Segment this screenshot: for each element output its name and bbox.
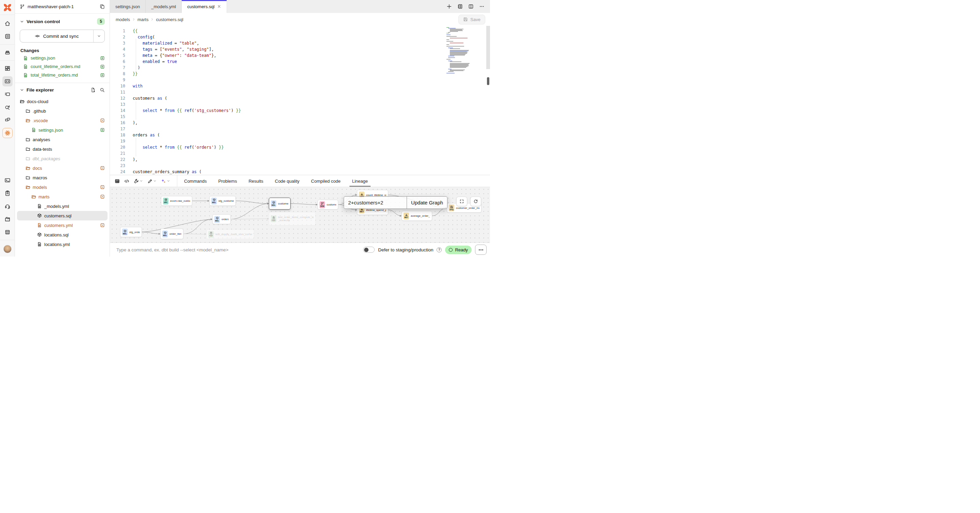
new-tab-icon[interactable] — [447, 4, 452, 9]
editor-scrollbar[interactable] — [487, 77, 489, 85]
compile-code-icon[interactable] — [124, 179, 129, 184]
search-icon[interactable] — [100, 87, 105, 92]
version-control-header[interactable]: Version control 5 — [15, 14, 110, 27]
panel-tab-compiled-code[interactable]: Compiled code — [311, 175, 340, 187]
code-editor[interactable]: 1{{2 config(3 materialized = "table",4 t… — [110, 26, 490, 175]
lineage-node-test-supply[interactable]: TSTtest_supply_costs_sum_correctly — [206, 229, 254, 239]
file-tree-item-customers-yml[interactable]: customers.yml — [17, 221, 108, 230]
refresh-graph-button[interactable] — [470, 197, 481, 206]
more-options-button[interactable] — [475, 245, 487, 255]
breadcrumb-segment[interactable]: customers.sql — [156, 17, 183, 22]
copy-icon[interactable] — [100, 4, 105, 9]
lineage-node-orders[interactable]: MDLorders — [212, 214, 231, 224]
preview-table-icon[interactable] — [115, 179, 120, 184]
file-tree-item--models-yml[interactable]: _models.yml — [17, 202, 108, 211]
minimap-slider[interactable] — [486, 26, 490, 69]
sidebar-nav-terminal-icon[interactable] — [2, 175, 13, 186]
file-tree-item-dbt-packages[interactable]: dbt_packages — [17, 154, 108, 163]
breadcrumb-segment[interactable]: models — [116, 17, 130, 22]
sidebar-nav-support-icon[interactable] — [2, 201, 13, 211]
lineage-node-average-order-value[interactable]: METaverage_order_value — [401, 211, 432, 221]
stage-plus-icon[interactable] — [100, 73, 105, 78]
sidebar-nav-canvas-icon[interactable] — [2, 89, 13, 99]
lineage-node-order-items[interactable]: MDLorder_items — [160, 229, 183, 239]
stage-plus-icon[interactable] — [100, 56, 105, 60]
changed-file-row[interactable]: count_lifetime_orders.md — [15, 62, 110, 71]
sidebar-nav-blocks-icon[interactable] — [2, 63, 13, 73]
command-input[interactable] — [116, 247, 360, 253]
lineage-node-customers-mdl[interactable]: MDLcustomers — [269, 198, 291, 210]
stage-plus-icon[interactable] — [100, 64, 105, 69]
lineage-graph[interactable]: SRCecom.raw_customersMDLstg_customersMDL… — [110, 187, 490, 243]
lineage-node-raw-customers[interactable]: SRCecom.raw_customers — [161, 196, 192, 206]
lineage-search-input[interactable]: 2+customers+2 — [344, 197, 407, 208]
file-tree-item-locations-sql[interactable]: locations.sql — [17, 230, 108, 240]
tab-actions — [441, 0, 490, 13]
sidebar-nav-insights-icon[interactable] — [2, 102, 13, 112]
file-tree-item-locations-yml[interactable]: locations.yml — [17, 240, 108, 249]
panel-tab-commands[interactable]: Commands — [184, 175, 207, 187]
sidebar-nav-home-icon[interactable] — [2, 18, 13, 29]
lineage-node-stg-customers[interactable]: MDLstg_customers — [209, 196, 236, 206]
code-line: 13 — [110, 102, 490, 108]
file-tree-item-docs-cloud[interactable]: docs-cloud — [17, 97, 108, 106]
close-tab-icon[interactable] — [217, 5, 221, 8]
new-file-icon[interactable] — [91, 87, 95, 92]
minimap[interactable] — [445, 27, 482, 74]
chevron-down-icon[interactable] — [140, 179, 143, 183]
panel-tab-lineage[interactable]: Lineage — [352, 175, 368, 187]
lineage-node-stg-orders[interactable]: MDLstg_orders — [120, 227, 142, 237]
sidebar-nav-copilot-icon[interactable] — [2, 128, 13, 138]
editor-tab--models-yml[interactable]: _models.yml — [146, 0, 182, 13]
commit-and-sync-button[interactable]: Commit and sync — [20, 30, 105, 43]
user-avatar[interactable] — [3, 245, 11, 253]
format-code-icon[interactable] — [147, 179, 156, 184]
file-tree-item-customers-sql[interactable]: customers.sql — [17, 211, 108, 221]
sidebar-nav-projects-icon[interactable] — [2, 214, 13, 224]
help-icon[interactable]: ? — [437, 247, 442, 253]
sidebar-nav-stack-icon[interactable] — [2, 47, 13, 57]
lineage-node-test-order-items[interactable]: TSTtest_order_items_compute_to_bools _co… — [269, 212, 316, 226]
ai-fix-icon[interactable] — [161, 179, 170, 184]
file-tree-item-macros[interactable]: macros — [17, 173, 108, 182]
folder-icon — [25, 147, 30, 151]
project-header[interactable]: matthewshaver-patch-1 — [15, 0, 110, 14]
panel-tab-problems[interactable]: Problems — [218, 175, 237, 187]
editor-tab-customers-sql[interactable]: customers.sql — [182, 0, 227, 13]
split-editor-icon[interactable] — [468, 4, 474, 9]
file-icon — [23, 64, 28, 69]
commit-dropdown-button[interactable] — [93, 30, 105, 42]
file-tree-item--vscode[interactable]: .vscode — [17, 116, 108, 125]
fullscreen-button[interactable] — [456, 197, 467, 206]
save-button[interactable]: Save — [458, 14, 485, 24]
chevron-down-icon[interactable] — [167, 179, 170, 183]
doc-icon — [37, 223, 42, 227]
changed-file-row[interactable]: settings.json — [15, 54, 110, 62]
file-tree-item-models[interactable]: models — [17, 182, 108, 192]
sidebar-nav-notebook-icon[interactable] — [2, 31, 13, 41]
defer-toggle[interactable] — [363, 247, 375, 253]
file-explorer-header[interactable]: File explorer — [15, 83, 110, 95]
file-tree-item-data-tests[interactable]: data-tests — [17, 144, 108, 154]
code-line: 11 — [110, 89, 490, 95]
lineage-node-customers-sem[interactable]: SEMcustomers — [318, 200, 338, 210]
file-tree-item-marts[interactable]: marts — [17, 192, 108, 202]
more-options-icon[interactable] — [479, 4, 485, 9]
changed-file-row[interactable]: total_lifetime_orders.md — [15, 71, 110, 79]
editor-tab-settings-json[interactable]: settings.json — [110, 0, 146, 13]
build-wrench-icon[interactable] — [134, 179, 143, 184]
file-tree-item-docs[interactable]: docs — [17, 163, 108, 173]
panel-tab-results[interactable]: Results — [248, 175, 263, 187]
notebook-icon[interactable] — [457, 4, 463, 9]
file-tree-item-settings-json[interactable]: settings.json — [17, 125, 108, 135]
breadcrumb-segment[interactable]: marts — [137, 17, 149, 22]
file-tree-item--github[interactable]: .github — [17, 106, 108, 116]
sidebar-nav-clipboard-icon[interactable] — [2, 188, 13, 199]
sidebar-nav-code-editor-icon[interactable] — [2, 76, 13, 86]
panel-tab-code-quality[interactable]: Code quality — [275, 175, 299, 187]
sidebar-nav-organization-icon[interactable] — [2, 227, 13, 237]
chevron-down-icon[interactable] — [153, 179, 156, 183]
update-graph-button[interactable]: Update Graph — [407, 197, 447, 208]
file-tree-item-analyses[interactable]: analyses — [17, 135, 108, 144]
sidebar-nav-windows-icon[interactable] — [2, 115, 13, 125]
